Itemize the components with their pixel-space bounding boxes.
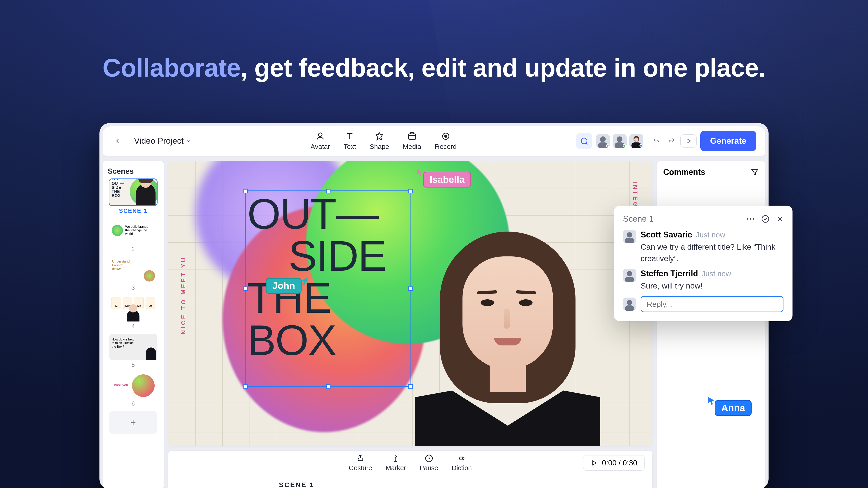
collaborator-cursor-anna: Anna [708,396,752,416]
scene-thumb-2[interactable]: We build brandsthat change theworld [110,218,157,244]
close-icon [776,215,783,223]
redo-button[interactable] [665,134,678,148]
check-circle-icon [761,215,770,223]
scene-num-6: 6 [131,400,135,407]
generate-button[interactable]: Generate [700,131,756,151]
tool-gesture[interactable]: Gesture [349,454,372,472]
pause-icon [424,454,433,463]
scene-num-3: 3 [131,284,135,291]
playback-control[interactable]: 0:00 / 0:30 [583,455,645,470]
filter-icon [750,168,759,176]
scene-thumb-4[interactable]: 132.6K23k20 [110,295,157,322]
svg-point-21 [627,271,632,276]
scene-active-caption: SCENE 1 [107,207,159,215]
cursor-icon [300,277,308,286]
svg-rect-7 [615,142,624,148]
hero-tagline: Collaborate, get feedback, edit and upda… [0,53,868,83]
scene-thumb-1[interactable]: 2 OUT—SIDETHEBOX [110,179,157,205]
tool-record-label: Record [435,143,457,151]
shape-icon [375,131,384,141]
svg-point-15 [747,218,748,220]
preview-play-button[interactable] [680,134,697,148]
scene-thumb-6[interactable]: Thank you [110,372,157,399]
svg-rect-22 [625,276,634,282]
tool-pause[interactable]: Pause [420,454,438,472]
collaborator-avatar-2[interactable] [613,134,627,148]
resolve-button[interactable] [761,215,770,223]
tool-diction[interactable]: Diction [452,454,472,472]
hero-accent: Collaborate [103,54,241,82]
tool-shape[interactable]: Shape [370,131,389,151]
scene-num-4: 4 [131,323,135,330]
dots-icon [746,218,754,220]
comments-title: Comments [663,167,705,177]
svg-point-23 [627,300,632,305]
comment-text: Sure, will try now! [641,280,731,292]
svg-rect-10 [631,142,641,148]
chevron-down-icon [186,138,191,144]
project-name-label: Video Project [134,136,184,146]
chevron-left-icon [115,138,121,144]
svg-point-6 [617,136,622,142]
comment-avatar [623,269,636,282]
svg-point-12 [395,456,397,457]
svg-marker-14 [592,461,596,465]
collaborator-avatar-3[interactable] [629,134,643,148]
text-icon [345,131,354,141]
tool-shape-label: Shape [370,143,389,151]
svg-point-8 [633,136,639,142]
tool-avatar[interactable]: Avatar [311,131,330,151]
svg-point-18 [762,216,769,222]
svg-point-3 [445,135,447,138]
sparkle-chat-icon [580,137,588,145]
tool-marker[interactable]: Marker [385,454,406,472]
timeline-panel: Gesture Marker Pause Diction [168,451,652,488]
tool-avatar-label: Avatar [311,143,330,151]
svg-point-17 [753,218,754,220]
reply-input[interactable] [641,296,783,312]
avatar-icon [315,131,325,141]
timeline-scene-label: SCENE 1 [279,481,314,488]
tool-media-label: Media [403,143,421,151]
svg-rect-24 [625,305,634,311]
presenter-avatar[interactable] [406,225,605,446]
svg-point-19 [627,232,632,237]
topbar: Video Project Avatar Text Shape [103,126,765,156]
scenes-title: Scenes [107,167,134,175]
cursor-icon [708,396,716,405]
tool-text[interactable]: Text [344,131,356,151]
divider [129,135,129,147]
tool-record[interactable]: Record [435,131,457,151]
undo-button[interactable] [650,134,663,148]
comment-thread-popover[interactable]: Scene 1 Scott SavarieJust now Can we try… [614,205,793,321]
vertical-text-right: INTEGRATED CREATIVE AGENCY [632,182,639,324]
topbar-right: Generate [576,131,756,151]
filter-comments-button[interactable] [750,168,759,176]
vertical-text-left: NICE TO MEET YU [180,256,187,334]
close-popover-button[interactable] [776,215,783,223]
hero-rest: , get feedback, edit and update in one p… [241,54,765,82]
project-name-dropdown[interactable]: Video Project [134,136,191,146]
scene-num-5: 5 [131,361,135,368]
svg-rect-20 [625,238,634,243]
comment-icon [111,179,115,181]
scene-thumb-3[interactable]: UnderstandLaunchIterate [110,257,157,283]
collaborator-avatar-1[interactable] [596,134,610,148]
marker-icon [391,454,400,463]
tool-media[interactable]: Media [403,131,421,151]
ai-assist-button[interactable] [576,133,592,149]
comments-panel: Comments [657,161,765,488]
more-options-button[interactable] [746,218,754,220]
scene-num-2: 2 [131,246,135,253]
svg-point-4 [600,136,606,142]
comment-row: Scott SavarieJust now Can we try a diffe… [623,230,783,264]
scene-thumb-5[interactable]: How do we helpto think Outsidethe Box? [110,334,157,360]
timecode: 0:00 / 0:30 [602,459,637,467]
back-button[interactable] [112,135,124,147]
svg-point-9 [634,138,638,142]
cursor-icon [416,168,424,177]
svg-point-16 [750,218,751,220]
record-icon [441,131,451,141]
canvas-stage[interactable]: NICE TO MEET YU INTEGRATED CREATIVE AGEN… [168,161,652,446]
add-scene-button[interactable]: + [110,411,157,434]
